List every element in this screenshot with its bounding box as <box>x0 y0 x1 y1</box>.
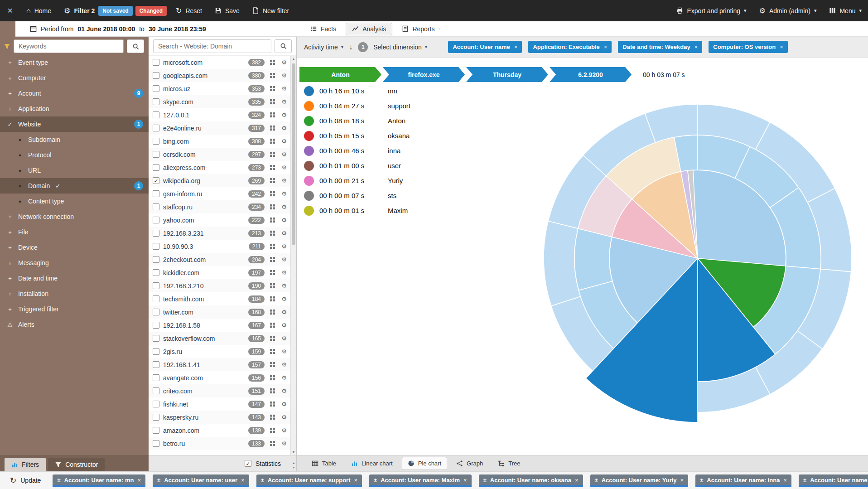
domain-checkbox[interactable] <box>153 138 159 145</box>
domain-row[interactable]: amazon.com139⚙ <box>149 424 290 437</box>
sidebar-item-computer[interactable]: +Computer <box>0 70 149 86</box>
domain-checkbox[interactable] <box>153 401 159 407</box>
settings-gear-icon[interactable]: ⚙ <box>280 295 288 302</box>
remove-chip-icon[interactable]: × <box>694 44 698 50</box>
settings-gear-icon[interactable]: ⚙ <box>280 72 288 79</box>
events-grid-icon[interactable] <box>268 283 276 289</box>
events-grid-icon[interactable] <box>268 243 276 249</box>
sidebar-item-application[interactable]: +Application <box>0 101 149 116</box>
domain-checkbox[interactable] <box>153 256 159 263</box>
domain-row[interactable]: stackoverflow.com165⚙ <box>149 332 290 345</box>
remove-chip-icon[interactable]: × <box>137 477 141 484</box>
settings-gear-icon[interactable]: ⚙ <box>280 151 288 158</box>
scroll-up-icon[interactable]: ▲ <box>291 56 296 62</box>
account-chip-support[interactable]: ±Account: User name: support× <box>256 474 362 487</box>
events-grid-icon[interactable] <box>268 257 276 262</box>
domain-row[interactable]: kickidler.com197⚙ <box>149 266 290 279</box>
toggle-plus-minus-icon[interactable]: ± <box>803 477 806 484</box>
settings-gear-icon[interactable]: ⚙ <box>280 111 288 118</box>
domain-checkbox[interactable] <box>153 374 159 381</box>
domain-search-button[interactable] <box>275 39 292 53</box>
settings-gear-icon[interactable]: ⚙ <box>280 322 288 329</box>
sidebar-item-triggered-filter[interactable]: +Triggered filter <box>0 301 149 317</box>
remove-chip-icon[interactable]: × <box>780 44 783 50</box>
filter-button[interactable]: ⚙ Filter 2 <box>58 0 98 21</box>
domain-checkbox[interactable] <box>153 164 159 171</box>
sidebar-item-protocol[interactable]: ●Protocol <box>0 147 149 163</box>
sidebar-item-alerts[interactable]: ⚠Alerts <box>0 317 149 332</box>
sidebar-tab-constructor[interactable]: Constructor <box>48 458 105 471</box>
events-grid-icon[interactable] <box>268 204 276 210</box>
domain-row[interactable]: betro.ru133⚙ <box>149 437 290 450</box>
domain-row[interactable]: techsmith.com184⚙ <box>149 292 290 305</box>
chart-tab-linear-chart[interactable]: Linear chart <box>345 457 399 470</box>
settings-gear-icon[interactable]: ⚙ <box>280 440 288 447</box>
events-grid-icon[interactable] <box>268 414 276 420</box>
tab-reports[interactable]: Reports▾ <box>395 23 447 35</box>
save-button[interactable]: Save <box>208 0 246 21</box>
domain-checkbox[interactable] <box>153 190 159 197</box>
domain-row[interactable]: 192.168.1.41157⚙ <box>149 358 290 371</box>
remove-chip-icon[interactable]: × <box>680 477 684 484</box>
mini-scroll-arrows[interactable]: ▲▼ <box>292 461 295 470</box>
account-chip-mn[interactable]: ±Account: User name: mn× <box>53 474 145 487</box>
domain-checkbox[interactable] <box>153 269 159 276</box>
domain-checkbox[interactable] <box>153 151 159 158</box>
domain-checkbox[interactable] <box>153 98 159 105</box>
legend-item-support[interactable]: 00 h 04 m 27 ssupport <box>304 98 410 113</box>
remove-chip-icon[interactable]: × <box>354 477 357 484</box>
settings-gear-icon[interactable]: ⚙ <box>280 361 288 368</box>
domain-row[interactable]: ✓wikipedia.org269⚙ <box>149 174 290 187</box>
events-grid-icon[interactable] <box>268 165 276 170</box>
tab-analysis[interactable]: Analysis <box>346 23 392 35</box>
domain-row[interactable]: yahoo.com222⚙ <box>149 213 290 227</box>
settings-gear-icon[interactable]: ⚙ <box>280 230 288 237</box>
select-dimension-dropdown[interactable]: Select dimension ▾ <box>373 44 427 51</box>
events-grid-icon[interactable] <box>268 335 276 341</box>
settings-gear-icon[interactable]: ⚙ <box>280 59 288 66</box>
toggle-plus-minus-icon[interactable]: ± <box>261 477 264 484</box>
domain-checkbox[interactable] <box>153 427 159 434</box>
settings-gear-icon[interactable]: ⚙ <box>280 190 288 197</box>
domain-checkbox[interactable] <box>153 85 159 92</box>
domain-checkbox[interactable] <box>153 72 159 79</box>
remove-chip-icon[interactable]: × <box>514 44 518 50</box>
events-grid-icon[interactable] <box>268 230 276 236</box>
domain-checkbox[interactable] <box>153 282 159 289</box>
sort-descending-icon[interactable]: ↓ <box>349 43 352 51</box>
toggle-plus-minus-icon[interactable]: ± <box>57 477 60 484</box>
sidebar-item-url[interactable]: ●URL <box>0 163 149 178</box>
domain-checkbox[interactable] <box>153 309 159 315</box>
domain-row[interactable]: bing.com308⚙ <box>149 135 290 148</box>
chart-tab-pie-chart[interactable]: Pie chart <box>402 457 447 470</box>
domain-row[interactable]: microsoft.com382⚙ <box>149 56 290 69</box>
events-grid-icon[interactable] <box>268 401 276 407</box>
sidebar-item-installation[interactable]: +Installation <box>0 286 149 301</box>
domain-checkbox[interactable] <box>153 217 159 223</box>
domain-row[interactable]: twitter.com168⚙ <box>149 305 290 319</box>
settings-gear-icon[interactable]: ⚙ <box>280 85 288 92</box>
scroll-down-icon[interactable]: ▼ <box>291 449 296 455</box>
chart-segment[interactable] <box>574 228 612 290</box>
legend-item-sts[interactable]: 00 h 00 m 07 ssts <box>304 188 410 203</box>
sidebar-item-date-and-time[interactable]: +Date and time <box>0 271 149 286</box>
domain-row[interactable]: 192.168.3.231213⚙ <box>149 227 290 240</box>
domain-checkbox[interactable] <box>153 295 159 302</box>
dimension-chip-account-user-name[interactable]: Account: User name× <box>448 41 522 53</box>
new-filter-button[interactable]: New filter <box>246 0 295 21</box>
events-grid-icon[interactable] <box>268 59 276 65</box>
domain-checkbox[interactable] <box>153 125 159 131</box>
events-grid-icon[interactable] <box>268 112 276 118</box>
domain-checkbox[interactable] <box>153 322 159 329</box>
events-grid-icon[interactable] <box>268 191 276 197</box>
domain-checkbox[interactable]: ✓ <box>153 177 159 184</box>
period-bar[interactable]: Period from 01 June 2018 00:00 to 30 Jun… <box>15 21 297 37</box>
domain-row[interactable]: 2checkout.com204⚙ <box>149 253 290 266</box>
events-grid-icon[interactable] <box>268 362 276 368</box>
dimension-chip-application-executable[interactable]: Application: Executable× <box>528 41 612 53</box>
domain-checkbox[interactable] <box>153 440 159 447</box>
main-menu[interactable]: Menu ▾ <box>823 0 868 21</box>
close-button[interactable]: × <box>0 0 20 21</box>
domain-row[interactable]: aliexpress.com273⚙ <box>149 161 290 174</box>
settings-gear-icon[interactable]: ⚙ <box>280 243 288 250</box>
